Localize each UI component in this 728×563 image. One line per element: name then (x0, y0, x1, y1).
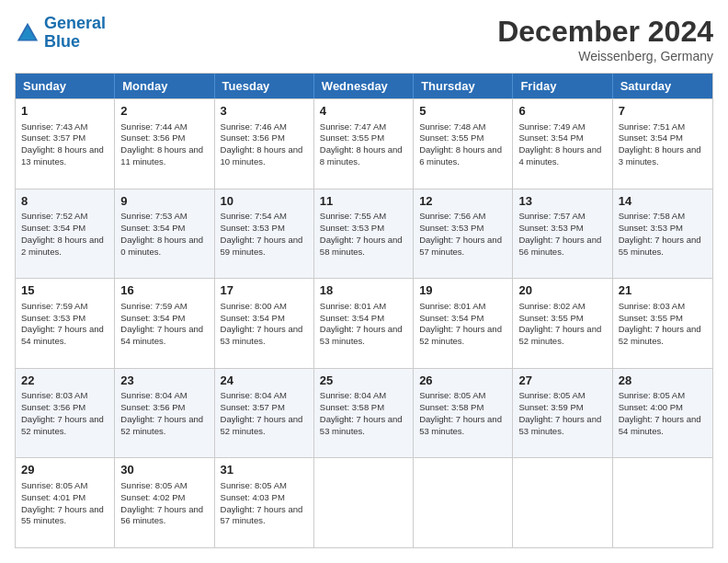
sunrise-text: Sunrise: 8:05 AM (619, 390, 685, 400)
sunrise-text: Sunrise: 7:48 AM (419, 121, 485, 132)
sunset-text: Sunset: 3:53 PM (619, 223, 683, 233)
sunrise-text: Sunrise: 8:05 AM (120, 480, 187, 490)
calendar-cell-empty (513, 458, 612, 547)
logo: General Blue (15, 15, 106, 52)
day-number: 18 (320, 282, 407, 299)
sunrise-text: Sunrise: 8:04 AM (120, 390, 187, 400)
calendar-cell: 18Sunrise: 8:01 AMSunset: 3:54 PMDayligh… (314, 279, 414, 368)
day-number: 3 (221, 103, 308, 120)
sunrise-text: Sunrise: 8:05 AM (518, 390, 585, 400)
calendar-row: 1Sunrise: 7:43 AMSunset: 3:57 PMDaylight… (16, 98, 712, 189)
daylight-text: Daylight: 8 hours and 2 minutes. (21, 235, 104, 257)
sunrise-text: Sunrise: 8:01 AM (320, 301, 386, 311)
day-number: 13 (518, 193, 606, 210)
calendar-cell-empty (613, 458, 712, 547)
sunrise-text: Sunrise: 8:05 AM (221, 480, 287, 490)
calendar-cell: 24Sunrise: 8:04 AMSunset: 3:57 PMDayligh… (215, 369, 314, 458)
daylight-text: Daylight: 7 hours and 56 minutes. (120, 504, 203, 526)
sunrise-text: Sunrise: 7:51 AM (619, 121, 685, 132)
day-number: 26 (419, 373, 506, 389)
sunrise-text: Sunrise: 8:02 AM (518, 301, 585, 311)
calendar-body: 1Sunrise: 7:43 AMSunset: 3:57 PMDaylight… (16, 98, 712, 547)
calendar-cell: 19Sunrise: 8:01 AMSunset: 3:54 PMDayligh… (414, 279, 513, 368)
daylight-text: Daylight: 7 hours and 52 minutes. (419, 324, 502, 346)
calendar-cell: 20Sunrise: 8:02 AMSunset: 3:55 PMDayligh… (513, 279, 612, 368)
day-number: 19 (419, 282, 506, 299)
sunrise-text: Sunrise: 7:56 AM (419, 211, 485, 221)
sunrise-text: Sunrise: 7:49 AM (518, 121, 585, 132)
page: General Blue December 2024 Weissenberg, … (0, 0, 728, 563)
day-number: 8 (21, 193, 108, 210)
day-number: 9 (120, 193, 208, 210)
day-number: 11 (320, 193, 407, 210)
calendar-cell: 7Sunrise: 7:51 AMSunset: 3:54 PMDaylight… (613, 99, 712, 189)
daylight-text: Daylight: 7 hours and 57 minutes. (221, 504, 303, 526)
day-number: 21 (619, 282, 707, 299)
day-number: 2 (120, 103, 208, 120)
sunset-text: Sunset: 3:56 PM (221, 132, 285, 143)
sunset-text: Sunset: 3:55 PM (518, 313, 583, 323)
calendar-cell: 16Sunrise: 7:59 AMSunset: 3:54 PMDayligh… (115, 279, 214, 368)
title-block: December 2024 Weissenberg, Germany (497, 15, 713, 63)
day-number: 23 (120, 373, 208, 389)
calendar-cell: 15Sunrise: 7:59 AMSunset: 3:53 PMDayligh… (16, 279, 115, 368)
sunset-text: Sunset: 3:57 PM (221, 402, 285, 412)
daylight-text: Daylight: 7 hours and 53 minutes. (320, 324, 403, 346)
calendar-row: 22Sunrise: 8:03 AMSunset: 3:56 PMDayligh… (16, 368, 712, 458)
sunset-text: Sunset: 3:53 PM (419, 223, 483, 233)
sunset-text: Sunset: 3:59 PM (518, 402, 583, 412)
sunset-text: Sunset: 3:53 PM (221, 223, 285, 233)
calendar-cell: 10Sunrise: 7:54 AMSunset: 3:53 PMDayligh… (215, 190, 314, 279)
calendar-cell: 28Sunrise: 8:05 AMSunset: 4:00 PMDayligh… (613, 369, 712, 458)
day-number: 15 (21, 282, 108, 299)
calendar-cell: 21Sunrise: 8:03 AMSunset: 3:55 PMDayligh… (613, 279, 712, 368)
day-number: 14 (619, 193, 707, 210)
header: General Blue December 2024 Weissenberg, … (15, 15, 713, 63)
sunrise-text: Sunrise: 8:01 AM (419, 301, 485, 311)
weekday-header: Monday (115, 74, 214, 98)
daylight-text: Daylight: 8 hours and 10 minutes. (221, 144, 303, 167)
daylight-text: Daylight: 7 hours and 52 minutes. (21, 414, 104, 436)
daylight-text: Daylight: 8 hours and 0 minutes. (120, 235, 203, 257)
daylight-text: Daylight: 7 hours and 55 minutes. (21, 504, 104, 526)
day-number: 27 (518, 373, 606, 389)
calendar-cell: 14Sunrise: 7:58 AMSunset: 3:53 PMDayligh… (613, 190, 712, 279)
daylight-text: Daylight: 7 hours and 53 minutes. (518, 414, 601, 436)
sunset-text: Sunset: 3:54 PM (419, 313, 483, 323)
daylight-text: Daylight: 7 hours and 52 minutes. (120, 414, 203, 436)
calendar-cell: 29Sunrise: 8:05 AMSunset: 4:01 PMDayligh… (16, 458, 115, 547)
daylight-text: Daylight: 8 hours and 6 minutes. (419, 144, 502, 167)
sunset-text: Sunset: 4:02 PM (120, 492, 185, 502)
sunset-text: Sunset: 3:53 PM (518, 223, 583, 233)
day-number: 7 (619, 103, 707, 120)
daylight-text: Daylight: 7 hours and 52 minutes. (221, 414, 303, 436)
daylight-text: Daylight: 7 hours and 54 minutes. (21, 324, 104, 346)
sunrise-text: Sunrise: 8:03 AM (619, 301, 685, 311)
sunrise-text: Sunrise: 7:58 AM (619, 211, 685, 221)
sunset-text: Sunset: 3:54 PM (120, 223, 185, 233)
sunrise-text: Sunrise: 7:44 AM (120, 121, 187, 132)
calendar-cell: 26Sunrise: 8:05 AMSunset: 3:58 PMDayligh… (414, 369, 513, 458)
sunset-text: Sunset: 3:55 PM (619, 313, 683, 323)
calendar-cell: 9Sunrise: 7:53 AMSunset: 3:54 PMDaylight… (115, 190, 214, 279)
day-number: 20 (518, 282, 606, 299)
weekday-header: Tuesday (215, 74, 314, 98)
sunset-text: Sunset: 3:58 PM (419, 402, 483, 412)
sunrise-text: Sunrise: 7:52 AM (21, 211, 87, 221)
sunset-text: Sunset: 3:56 PM (21, 402, 85, 412)
sunrise-text: Sunrise: 7:47 AM (320, 121, 386, 132)
day-number: 1 (21, 103, 108, 120)
day-number: 25 (320, 373, 407, 389)
daylight-text: Daylight: 7 hours and 54 minutes. (619, 414, 701, 436)
location: Weissenberg, Germany (497, 49, 713, 63)
weekday-header: Thursday (414, 74, 513, 98)
daylight-text: Daylight: 8 hours and 11 minutes. (120, 144, 203, 167)
day-number: 17 (221, 282, 308, 299)
calendar-row: 8Sunrise: 7:52 AMSunset: 3:54 PMDaylight… (16, 189, 712, 279)
sunset-text: Sunset: 3:56 PM (120, 402, 185, 412)
daylight-text: Daylight: 7 hours and 57 minutes. (419, 235, 502, 257)
calendar-cell-empty (414, 458, 513, 547)
sunrise-text: Sunrise: 7:43 AM (21, 121, 87, 132)
daylight-text: Daylight: 7 hours and 53 minutes. (320, 414, 403, 436)
sunrise-text: Sunrise: 7:54 AM (221, 211, 287, 221)
